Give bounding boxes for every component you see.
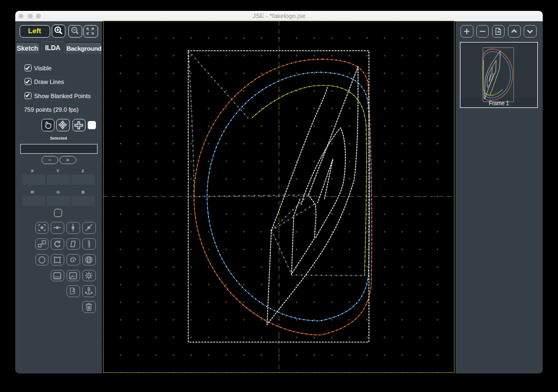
svg-text:?: ? xyxy=(74,274,76,278)
